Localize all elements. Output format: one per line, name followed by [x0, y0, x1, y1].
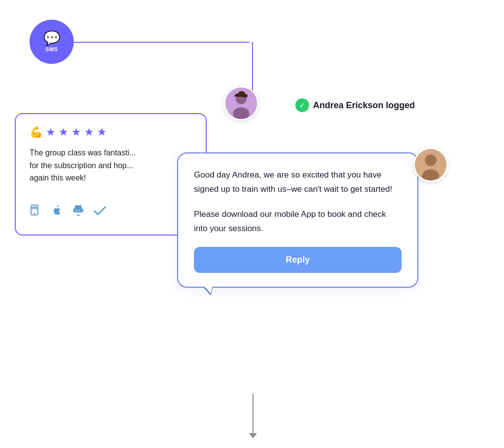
avatar-andrea [224, 86, 258, 120]
message-card: Good day Andrea, we are so excited that … [177, 152, 418, 288]
trainer-avatar-image [415, 149, 446, 180]
checkmark-icon [94, 205, 106, 219]
svg-rect-3 [79, 214, 80, 216]
arrow-bottom [249, 394, 257, 438]
wifi-card-icon [30, 204, 42, 220]
check-mark: ✓ [299, 101, 305, 109]
andrea-logged-text: Andrea Erickson logged [313, 100, 415, 111]
svg-point-10 [425, 154, 437, 166]
svg-rect-2 [77, 214, 78, 216]
apple-icon [51, 204, 63, 220]
sms-chat-icon: 💬 [43, 31, 61, 45]
star-4: ★ [84, 126, 94, 139]
muscle-emoji: 💪 [30, 126, 43, 139]
review-icons-row [30, 204, 192, 220]
star-1: ★ [46, 126, 56, 139]
svg-point-8 [233, 107, 250, 120]
star-2: ★ [59, 126, 68, 139]
star-3: ★ [71, 126, 81, 139]
message-greeting: Good day Andrea, we are so excited that … [194, 168, 402, 197]
green-check-icon: ✓ [295, 98, 309, 112]
review-stars-row: 💪 ★ ★ ★ ★ ★ [30, 126, 192, 139]
sms-label: SMS [45, 46, 58, 52]
arrow-horizontal-line [74, 42, 250, 43]
message-body: Please download our mobile App to book a… [194, 208, 402, 236]
andrea-badge: ✓ Andrea Erickson logged [295, 98, 415, 112]
avatar-trainer [413, 148, 448, 182]
svg-point-5 [79, 210, 80, 211]
main-scene: 💬 SMS ✓ Andrea Erickson logged 💪 ★ ★ ★ ★… [0, 0, 504, 448]
bottom-arrow-line [252, 394, 253, 433]
svg-point-4 [76, 210, 77, 211]
star-5: ★ [97, 126, 107, 139]
review-text: The group class was fantasti...for the s… [30, 147, 192, 184]
sms-bubble: 💬 SMS [30, 20, 74, 64]
andrea-avatar-image [225, 88, 257, 119]
android-icon [72, 204, 85, 220]
svg-point-1 [34, 212, 35, 214]
bottom-arrow-head [249, 433, 257, 438]
reply-button[interactable]: Reply [194, 247, 402, 273]
